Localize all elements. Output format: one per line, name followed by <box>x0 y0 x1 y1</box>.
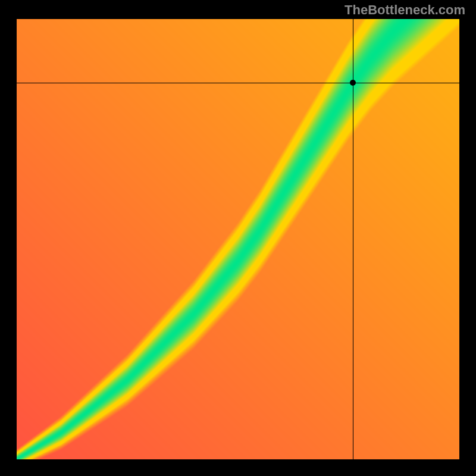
watermark: TheBottleneck.com <box>345 2 465 18</box>
heatmap-canvas <box>17 19 459 459</box>
heatmap-plot <box>17 19 459 459</box>
